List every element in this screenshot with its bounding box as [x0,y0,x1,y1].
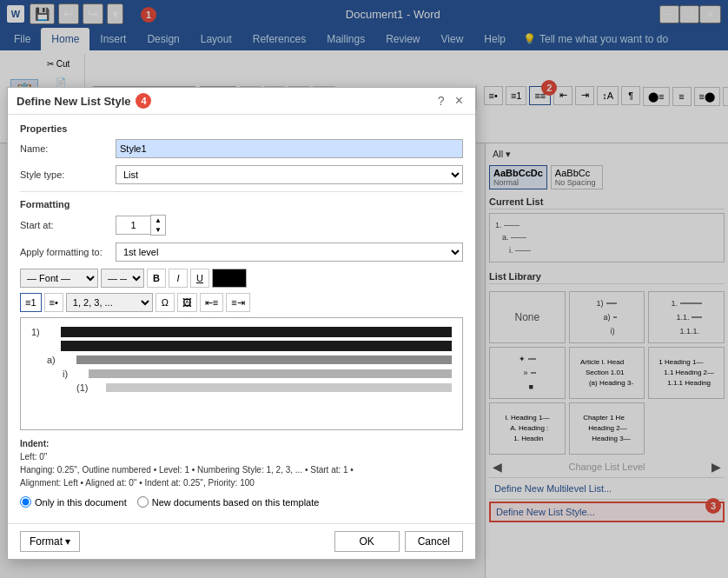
font-size-select-2[interactable]: — — [101,269,144,288]
apply-to-row: Apply formatting to: 1st level [20,242,463,262]
increase-list-indent-button[interactable]: ≡⇥ [226,293,249,312]
indent-hanging: Hanging: 0.25", Outline numbered • Level… [20,463,463,476]
badge-4: 4 [136,93,151,109]
spinner-down-button[interactable]: ▼ [151,225,165,235]
list-format-dropdown[interactable]: 1, 2, 3, ... [66,293,153,312]
indent-info: Indent: Left: 0" Hanging: 0.25", Outline… [20,437,463,489]
underline-btn[interactable]: U [190,269,209,288]
picture-list-button[interactable]: 🖼 [177,293,197,312]
indent-label: Indent: [20,437,463,450]
radio-new-documents[interactable]: New documents based on this template [137,496,320,508]
list-format-toolbar: ≡1 ≡• 1, 2, 3, ... Ω 🖼 ⇤≡ ≡⇥ [20,293,463,312]
ordered-list-button[interactable]: ≡1 [20,293,42,312]
style-type-label: Style type: [20,169,116,180]
style-type-row: Style type: List [20,165,463,184]
properties-section-title: Properties [20,123,463,134]
ok-button[interactable]: OK [334,531,400,552]
formatting-section-title: Formatting [20,199,463,209]
name-label: Name: [20,143,116,154]
preview-area: 1) a) i) (1) [20,317,463,430]
italic-btn[interactable]: I [169,269,188,288]
apply-to-select[interactable]: 1st level [116,242,463,262]
formatting-section: Formatting Start at: ▲ ▼ Apply formattin… [20,191,463,312]
radio-group: Only in this document New documents base… [20,496,463,508]
cancel-button[interactable]: Cancel [405,531,463,552]
name-input[interactable] [116,139,463,158]
unordered-list-button[interactable]: ≡• [44,293,63,312]
font-color-button[interactable] [212,269,247,288]
preview-line-5: (1) [31,382,452,393]
start-at-row: Start at: ▲ ▼ [20,215,463,236]
dialog-help-button[interactable]: ? [434,94,448,108]
preview-line-1: 1) [31,327,452,337]
indent-left: Left: 0" [20,450,463,463]
decrease-list-indent-button[interactable]: ⇤≡ [200,293,223,312]
radio-only-document[interactable]: Only in this document [20,496,127,508]
preview-line-4: i) [31,369,452,379]
dialog-title-controls: ? × [434,93,467,109]
start-at-label: Start at: [20,220,116,230]
font-family-select[interactable]: — Font — [20,269,98,288]
dialog-overlay: Define New List Style 4 ? × Properties N… [0,0,728,578]
dialog-footer-right: OK Cancel [334,531,463,552]
style-type-select[interactable]: List [116,165,463,184]
preview-line-3: a) [31,355,452,365]
name-row: Name: [20,139,463,158]
format-toolbar-1: — Font — — — B I U [20,269,463,288]
dialog-close-button[interactable]: × [452,93,467,109]
symbol-button[interactable]: Ω [156,293,175,312]
start-at-spinner: ▲ ▼ [116,215,166,236]
radio-only-document-input[interactable] [20,496,31,508]
dialog-footer: Format ▾ OK Cancel [8,523,475,559]
format-dropdown-button[interactable]: Format ▾ [20,531,80,552]
radio-new-documents-input[interactable] [137,496,149,508]
dialog-title: Define New List Style [17,95,130,108]
dialog-title-bar: Define New List Style 4 ? × [8,88,475,115]
dialog-body: Properties Name: Style type: List Format… [8,115,475,523]
preview-line-2 [31,341,452,351]
indent-alignment: Alignment: Left • Aligned at: 0" • Inden… [20,476,463,489]
bold-btn[interactable]: B [147,269,166,288]
start-at-input[interactable] [116,216,150,235]
define-new-list-style-dialog: Define New List Style 4 ? × Properties N… [7,87,476,560]
spinner-up-button[interactable]: ▲ [151,216,165,225]
spinner-buttons: ▲ ▼ [150,215,166,236]
apply-to-label: Apply formatting to: [20,247,116,257]
